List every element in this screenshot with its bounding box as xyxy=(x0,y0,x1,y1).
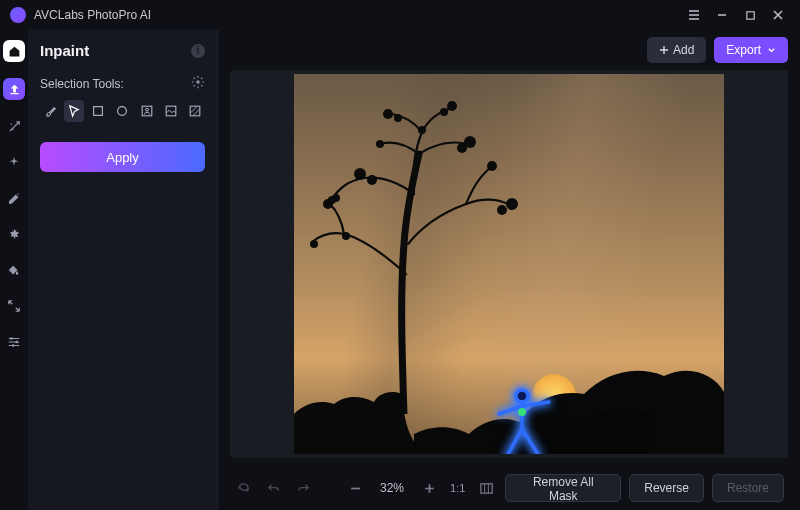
canvas-wrap xyxy=(230,70,788,458)
redo-icon xyxy=(294,479,312,497)
zoom-level: 32% xyxy=(376,481,408,495)
apply-button[interactable]: Apply xyxy=(40,142,205,172)
refresh-icon xyxy=(234,479,252,497)
svg-point-28 xyxy=(328,196,336,204)
svg-point-21 xyxy=(457,143,467,153)
swap-icon[interactable] xyxy=(4,224,24,244)
svg-point-14 xyxy=(354,168,366,180)
brush-tool-icon[interactable] xyxy=(40,100,60,122)
svg-point-3 xyxy=(12,344,15,347)
svg-rect-9 xyxy=(166,106,176,116)
subject-tool-icon[interactable] xyxy=(137,100,157,122)
zoom-in-icon[interactable] xyxy=(420,479,438,497)
svg-rect-10 xyxy=(190,106,200,116)
add-button-label: Add xyxy=(673,43,694,57)
background-tool-icon[interactable] xyxy=(161,100,181,122)
add-button[interactable]: Add xyxy=(647,37,706,63)
nav-rail xyxy=(0,30,28,510)
masked-person-overlay xyxy=(489,384,559,454)
bottom-toolbar: 32% 1:1 Remove All Mask Reverse Restore xyxy=(218,466,800,510)
svg-point-25 xyxy=(342,232,350,240)
svg-rect-5 xyxy=(94,107,103,116)
svg-point-30 xyxy=(518,408,526,416)
main-area: Add Export xyxy=(218,30,800,510)
undo-icon xyxy=(264,479,282,497)
svg-point-23 xyxy=(506,198,518,210)
svg-point-1 xyxy=(10,337,13,340)
fill-icon[interactable] xyxy=(4,260,24,280)
export-button-label: Export xyxy=(726,43,761,57)
svg-point-29 xyxy=(516,390,528,402)
rectangle-tool-icon[interactable] xyxy=(88,100,108,122)
sparkle-icon[interactable] xyxy=(4,152,24,172)
left-panel: Inpaint i Selection Tools: Apply xyxy=(28,30,218,510)
app-title: AVCLabs PhotoPro AI xyxy=(34,8,151,22)
lasso-tool-icon[interactable] xyxy=(64,100,84,122)
zoom-out-icon[interactable] xyxy=(346,479,364,497)
title-bar: AVCLabs PhotoPro AI xyxy=(0,0,800,30)
top-toolbar: Add Export xyxy=(218,30,800,70)
home-icon[interactable] xyxy=(3,40,25,62)
panel-title: Inpaint xyxy=(40,42,89,59)
svg-point-26 xyxy=(418,126,426,134)
svg-point-19 xyxy=(440,108,448,116)
svg-point-22 xyxy=(487,161,497,171)
svg-point-8 xyxy=(145,108,148,111)
fit-1to1-icon[interactable]: 1:1 xyxy=(450,479,465,497)
svg-point-27 xyxy=(376,140,384,148)
remove-all-mask-button[interactable]: Remove All Mask xyxy=(505,474,621,502)
reverse-button[interactable]: Reverse xyxy=(629,474,704,502)
expand-icon[interactable] xyxy=(4,296,24,316)
maximize-button[interactable] xyxy=(738,3,762,27)
svg-point-17 xyxy=(394,114,402,122)
svg-point-2 xyxy=(15,341,18,344)
plus-icon xyxy=(659,45,669,55)
canvas-image[interactable] xyxy=(294,74,724,454)
retouch-icon[interactable] xyxy=(4,188,24,208)
svg-point-16 xyxy=(383,109,393,119)
close-button[interactable] xyxy=(766,3,790,27)
app-logo-icon xyxy=(10,7,26,23)
gear-icon[interactable] xyxy=(191,75,205,92)
upload-icon[interactable] xyxy=(3,78,25,100)
magic-wand-icon[interactable] xyxy=(4,116,24,136)
svg-point-4 xyxy=(196,80,200,84)
svg-point-18 xyxy=(447,101,457,111)
ellipse-tool-icon[interactable] xyxy=(112,100,132,122)
export-button[interactable]: Export xyxy=(714,37,788,63)
restore-button: Restore xyxy=(712,474,784,502)
svg-point-24 xyxy=(497,205,507,215)
svg-point-6 xyxy=(118,107,127,116)
svg-rect-0 xyxy=(746,11,753,18)
sliders-icon[interactable] xyxy=(4,332,24,352)
selection-tools-label: Selection Tools: xyxy=(40,77,124,91)
minimize-button[interactable] xyxy=(710,3,734,27)
fit-screen-icon[interactable] xyxy=(477,479,495,497)
menu-icon[interactable] xyxy=(682,3,706,27)
threshold-tool-icon[interactable] xyxy=(185,100,205,122)
svg-rect-31 xyxy=(481,483,492,492)
svg-point-11 xyxy=(310,240,318,248)
svg-point-15 xyxy=(367,175,377,185)
info-icon[interactable]: i xyxy=(191,44,205,58)
selection-tool-row xyxy=(40,100,205,122)
chevron-down-icon xyxy=(767,46,776,55)
